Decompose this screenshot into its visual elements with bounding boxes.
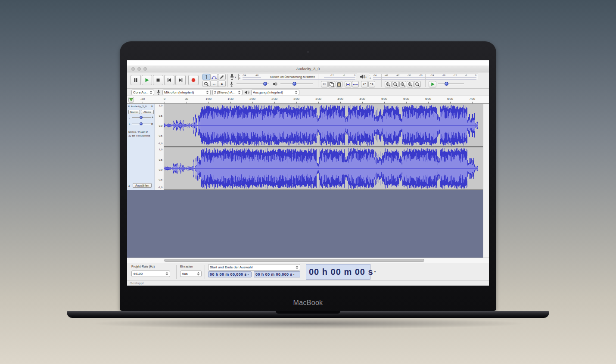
timeline-label: 5:30 — [403, 97, 409, 100]
pan-thumb[interactable] — [140, 122, 143, 125]
status-text: Gestoppt. — [130, 281, 145, 285]
laptop-shadow — [88, 318, 528, 329]
skip-to-end-button[interactable] — [175, 75, 186, 85]
envelope-tool-icon — [212, 75, 217, 80]
meter-menu-caret-icon: ▾ — [365, 76, 367, 78]
vertical-scrollbar[interactable] — [483, 104, 489, 258]
track-title: Audacity_3_0 — [131, 105, 150, 108]
fit-selection-button[interactable] — [399, 81, 406, 87]
zoom-toggle-button[interactable] — [414, 81, 421, 87]
playback-volume-thumb[interactable] — [292, 82, 296, 86]
trim-audio-button[interactable] — [345, 81, 352, 87]
playback-speed-thumb[interactable] — [445, 82, 448, 86]
audio-position-display[interactable]: 00 h 00 m 00 s ▾ — [306, 264, 370, 280]
audio-position-value: 00 h 00 m 00 s — [309, 267, 373, 277]
cut-button[interactable]: ✂ — [321, 81, 328, 87]
scale-label: 1,0 — [159, 104, 162, 107]
select-caret-icon — [295, 90, 298, 94]
selection-end-field[interactable]: 00 h 00 m 00,000 s ▾ — [254, 271, 300, 277]
collapse-track-button[interactable]: ▴ — [128, 184, 130, 187]
window-title: Audacity_3_0 — [127, 67, 489, 71]
recording-volume-thumb[interactable] — [263, 82, 267, 86]
timeline-label: -30 — [140, 97, 145, 100]
toolbar-separator — [205, 265, 205, 279]
spinner-caret-icon[interactable]: ▾ — [293, 273, 295, 276]
spinner-caret-icon[interactable]: ▾ — [248, 273, 249, 276]
redo-button[interactable]: ↷ — [368, 81, 375, 87]
timeline-ruler[interactable]: -30 0 30 1:00 1:30 2:00 2:30 3:00 3:30 4… — [127, 96, 489, 104]
gain-thumb[interactable] — [140, 116, 143, 119]
audio-host-select[interactable]: Core Au... — [131, 90, 154, 95]
play-at-speed-button[interactable] — [429, 81, 436, 87]
snap-label: Einrasten — [180, 265, 193, 268]
recording-meter[interactable]: LR -54-48-42-36-30-24-18-12-60 Klicken u… — [238, 74, 357, 80]
horizontal-scrollbar-thumb[interactable] — [164, 259, 424, 262]
multi-tool-button[interactable]: * — [218, 81, 226, 87]
pause-button[interactable] — [131, 75, 141, 85]
selection-format-select[interactable]: Start und Ende der Auswahl — [208, 264, 300, 271]
copy-button[interactable] — [328, 81, 335, 87]
vertical-scale-ruler[interactable]: 1,0 0,5 0,0 -0,5 -1,0 1,0 0,5 0,0 -0,5 -… — [155, 104, 164, 190]
silence-audio-icon — [353, 82, 358, 87]
timeline-label: 1:00 — [205, 97, 212, 100]
scale-tick-label: -48 — [385, 74, 388, 77]
zoom-out-button[interactable] — [392, 81, 399, 87]
mute-button[interactable]: Stumm — [128, 110, 140, 114]
record-button[interactable] — [188, 75, 199, 85]
zoom-tool-button[interactable] — [202, 81, 210, 87]
waveform-left-channel[interactable] — [164, 104, 483, 146]
scale-label: 1,0 — [159, 148, 162, 151]
skip-to-start-button[interactable] — [164, 75, 174, 85]
stop-button[interactable] — [153, 75, 163, 85]
fit-project-button[interactable] — [407, 81, 414, 87]
monitoring-hint[interactable]: Klicken um Überwachung zu starten — [261, 75, 324, 79]
select-track-button[interactable]: Auswählen — [133, 183, 152, 188]
timeline-label: 2:00 — [249, 97, 255, 100]
draw-tool-button[interactable] — [218, 74, 226, 80]
playback-volume-slider[interactable] — [280, 81, 313, 86]
meter-right-label: R — [239, 77, 240, 80]
recording-volume-slider[interactable] — [236, 81, 269, 86]
stereo-track-clip[interactable] — [164, 104, 483, 190]
project-rate-select[interactable]: 44100 — [131, 271, 170, 277]
zoom-in-button[interactable] — [385, 81, 392, 87]
snap-select[interactable]: Aus — [180, 271, 202, 277]
timeshift-tool-button[interactable]: ↔ — [210, 81, 218, 87]
toolbar-separator — [303, 265, 303, 279]
track-area: × Audacity_3_0 ▾ Stumm Alleine - + L — [127, 104, 489, 190]
envelope-tool-button[interactable] — [210, 74, 218, 80]
scale-tick-label: -24 — [430, 74, 434, 77]
gain-slider[interactable] — [132, 115, 151, 120]
toolbar-separator — [381, 74, 382, 87]
window-titlebar[interactable]: Audacity_3_0 — [127, 65, 489, 72]
project-rate-value: 44100 — [133, 272, 165, 276]
macbook-logo: MacBook — [120, 299, 496, 307]
scale-tick-label: 0 — [354, 74, 355, 77]
zoom-toggle-icon — [415, 82, 420, 87]
waveform-right-channel[interactable] — [164, 147, 483, 190]
track-menu-button[interactable]: ▾ — [151, 105, 153, 108]
solo-button[interactable]: Alleine — [141, 110, 154, 114]
track-control-panel[interactable]: × Audacity_3_0 ▾ Stumm Alleine - + L — [127, 104, 155, 190]
silence-audio-button[interactable] — [352, 81, 359, 87]
cut-icon: ✂ — [323, 82, 326, 86]
playback-meter[interactable]: LR -54-48-42-36-30-24-18-12-60 — [369, 74, 478, 80]
playback-speed-slider[interactable] — [438, 81, 464, 86]
input-channels-select[interactable]: 2 (Stereo) A... — [212, 90, 243, 95]
output-device-value: Ausgang (integriert) — [253, 90, 295, 94]
timeline-options-button[interactable] — [128, 97, 134, 103]
input-device-select[interactable]: Mikrofon (integriert) — [162, 90, 211, 95]
track-close-button[interactable]: × — [128, 105, 130, 108]
spinner-caret-icon[interactable]: ▾ — [374, 270, 376, 274]
selection-tool-button[interactable] — [202, 74, 210, 80]
output-device-select[interactable]: Ausgang (integriert) — [251, 90, 299, 95]
select-caret-icon — [206, 90, 209, 94]
scale-tick-label: -48 — [255, 74, 258, 77]
selection-start-field[interactable]: 00 h 00 m 00,000 s ▾ — [208, 271, 252, 277]
undo-button[interactable]: ↶ — [361, 81, 368, 87]
play-button[interactable] — [142, 75, 152, 85]
paste-button[interactable] — [336, 81, 342, 87]
scale-tick-label: -12 — [454, 74, 457, 77]
pan-slider[interactable] — [132, 121, 151, 126]
horizontal-scrollbar[interactable] — [127, 258, 489, 263]
